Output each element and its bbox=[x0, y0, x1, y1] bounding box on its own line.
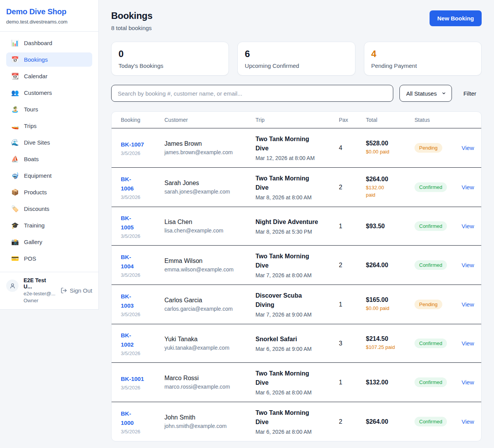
booking-cell: BK- 1003 3/5/2026 bbox=[121, 292, 164, 317]
sidebar-item-dive-sites[interactable]: 🌊 Dive Sites bbox=[6, 135, 92, 150]
total-cell: $132.00 bbox=[366, 379, 414, 386]
trip-name: Two Tank Morning Dive bbox=[255, 135, 339, 153]
trip-datetime: Mar 12, 2026 at 8:00 AM bbox=[255, 155, 339, 161]
sidebar-item-training[interactable]: 🎓 Training bbox=[6, 218, 92, 232]
sidebar-item-label: Training bbox=[24, 222, 45, 229]
new-booking-button[interactable]: New Booking bbox=[430, 10, 482, 26]
discounts-icon: 🏷️ bbox=[11, 205, 19, 212]
status-select[interactable]: All Statuses bbox=[399, 85, 452, 102]
customer-name: James Brown bbox=[164, 140, 255, 147]
sidebar-item-calendar[interactable]: 📆 Calendar bbox=[6, 69, 92, 83]
trip-cell: Snorkel Safari Mar 6, 2026 at 9:00 AM bbox=[255, 335, 339, 352]
customer-cell: Carlos Garcia carlos.garcia@example.com bbox=[164, 297, 255, 312]
column-header-status: Status bbox=[414, 117, 462, 123]
filter-button[interactable]: Filter bbox=[458, 90, 482, 97]
sidebar-item-label: Products bbox=[24, 189, 47, 195]
booking-id-link[interactable]: BK- 1004 bbox=[121, 253, 164, 271]
pax-value: 2 bbox=[339, 418, 366, 425]
view-link[interactable]: View bbox=[462, 301, 474, 308]
trip-name: Two Tank Morning Dive bbox=[255, 369, 339, 387]
actions-cell: View bbox=[462, 418, 474, 425]
status-cell: Pending bbox=[414, 143, 462, 153]
sidebar-item-tours[interactable]: 🏝️ Tours bbox=[6, 102, 92, 116]
view-link[interactable]: View bbox=[462, 379, 474, 386]
total-amount: $264.00 bbox=[366, 262, 414, 269]
view-link[interactable]: View bbox=[462, 340, 474, 347]
status-cell: Confirmed bbox=[414, 221, 462, 231]
trip-cell: Night Dive Adventure Mar 8, 2026 at 5:30… bbox=[255, 217, 339, 235]
stat-value: 4 bbox=[371, 49, 474, 59]
table-row: BK-1007 3/5/2026 James Brown james.brown… bbox=[112, 128, 481, 168]
trip-datetime: Mar 7, 2026 at 8:00 AM bbox=[255, 272, 339, 278]
sign-out-icon bbox=[61, 287, 67, 294]
customer-cell: Lisa Chen lisa.chen@example.com bbox=[164, 219, 255, 234]
trip-datetime: Mar 6, 2026 at 8:00 AM bbox=[255, 429, 339, 435]
sidebar-item-trips[interactable]: 🚤 Trips bbox=[6, 119, 92, 133]
sidebar-item-label: Bookings bbox=[24, 56, 48, 63]
table-row: BK- 1003 3/5/2026 Carlos Garcia carlos.g… bbox=[112, 285, 481, 324]
booking-id-link[interactable]: BK- 1006 bbox=[121, 175, 164, 193]
booking-id-link[interactable]: BK- 1002 bbox=[121, 331, 164, 349]
total-cell: $264.00 bbox=[366, 262, 414, 269]
boats-icon: ⛵ bbox=[11, 155, 19, 163]
search-input[interactable] bbox=[111, 85, 393, 102]
customer-cell: John Smith john.smith@example.com bbox=[164, 414, 255, 429]
booking-id-link[interactable]: BK-1007 bbox=[121, 140, 164, 149]
booking-cell: BK- 1005 3/5/2026 bbox=[121, 214, 164, 239]
sign-out-button[interactable]: Sign Out bbox=[61, 287, 92, 294]
pax-value: 1 bbox=[339, 301, 366, 308]
pax-value: 1 bbox=[339, 223, 366, 230]
total-cell: $214.50 $107.25 paid bbox=[366, 335, 414, 351]
status-cell: Confirmed bbox=[414, 182, 462, 192]
sidebar-item-customers[interactable]: 👥 Customers bbox=[6, 86, 92, 100]
pax-value: 1 bbox=[339, 379, 366, 386]
sidebar-item-pos[interactable]: 💳 POS bbox=[6, 251, 92, 266]
actions-cell: View bbox=[462, 145, 474, 152]
customer-name: Carlos Garcia bbox=[164, 297, 255, 304]
total-amount: $264.00 bbox=[366, 176, 414, 183]
column-header-customer: Customer bbox=[164, 117, 255, 123]
sidebar-item-label: Calendar bbox=[24, 73, 47, 79]
booking-id-link[interactable]: BK- 1000 bbox=[121, 409, 164, 428]
status-badge: Pending bbox=[414, 300, 442, 309]
status-cell: Confirmed bbox=[414, 339, 462, 348]
sidebar-item-boats[interactable]: ⛵ Boats bbox=[6, 152, 92, 166]
sidebar-item-discounts[interactable]: 🏷️ Discounts bbox=[6, 202, 92, 216]
total-amount: $132.00 bbox=[366, 379, 414, 386]
view-link[interactable]: View bbox=[462, 262, 474, 268]
total-cell: $264.00 bbox=[366, 418, 414, 425]
total-amount: $528.00 bbox=[366, 140, 414, 147]
total-amount: $93.50 bbox=[366, 223, 414, 230]
sidebar-item-products[interactable]: 📦 Products bbox=[6, 185, 92, 199]
booking-cell: BK- 1006 3/5/2026 bbox=[121, 175, 164, 200]
booking-date: 3/5/2026 bbox=[121, 194, 164, 200]
calendar-icon: 📆 bbox=[11, 72, 19, 80]
shop-header: Demo Dive Shop demo.test.divestreams.com bbox=[0, 0, 98, 32]
paid-amount: $132.00 paid bbox=[366, 184, 414, 199]
booking-id-link[interactable]: BK-1001 bbox=[121, 374, 164, 384]
booking-cell: BK-1007 3/5/2026 bbox=[121, 140, 164, 156]
view-link[interactable]: View bbox=[462, 223, 474, 229]
stat-label: Today's Bookings bbox=[118, 62, 222, 69]
pax-value: 3 bbox=[339, 340, 366, 347]
status-badge: Confirmed bbox=[414, 339, 447, 348]
view-link[interactable]: View bbox=[462, 418, 474, 425]
view-link[interactable]: View bbox=[462, 184, 474, 190]
trip-datetime: Mar 8, 2026 at 5:30 PM bbox=[255, 229, 339, 235]
sidebar-item-equipment[interactable]: 🤿 Equipment bbox=[6, 168, 92, 183]
customer-name: Emma Wilson bbox=[164, 258, 255, 264]
booking-cell: BK- 1000 3/5/2026 bbox=[121, 409, 164, 435]
sidebar-item-gallery[interactable]: 📸 Gallery bbox=[6, 235, 92, 249]
trip-cell: Two Tank Morning Dive Mar 7, 2026 at 8:0… bbox=[255, 252, 339, 278]
status-cell: Confirmed bbox=[414, 417, 462, 426]
sidebar-item-label: Customers bbox=[24, 89, 52, 96]
table-row: BK- 1004 3/5/2026 Emma Wilson emma.wilso… bbox=[112, 246, 481, 285]
booking-id-link[interactable]: BK- 1005 bbox=[121, 214, 164, 232]
view-link[interactable]: View bbox=[462, 145, 474, 151]
status-cell: Confirmed bbox=[414, 377, 462, 387]
trip-cell: Two Tank Morning Dive Mar 8, 2026 at 8:0… bbox=[255, 174, 339, 200]
sidebar-item-dashboard[interactable]: 📊 Dashboard bbox=[6, 36, 92, 50]
trip-name: Two Tank Morning Dive bbox=[255, 252, 339, 270]
booking-id-link[interactable]: BK- 1003 bbox=[121, 292, 164, 310]
sidebar-item-bookings[interactable]: 📅 Bookings bbox=[6, 52, 92, 67]
